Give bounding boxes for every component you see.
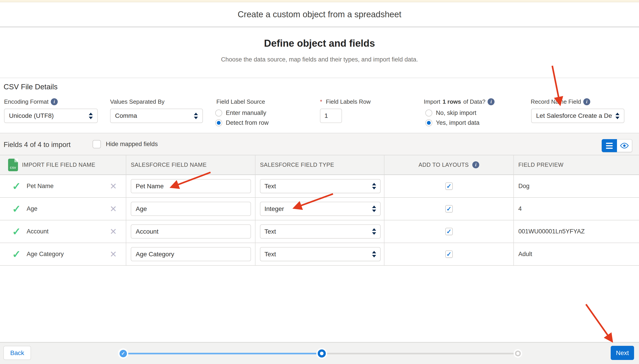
progress-line-completed bbox=[125, 353, 322, 354]
radio-yes-import-data[interactable]: Yes, import data bbox=[425, 118, 480, 128]
radio-detect-from-row[interactable]: Detect from row bbox=[215, 118, 269, 128]
header-salesforce-field-type: SALESFORCE FIELD TYPE bbox=[256, 155, 384, 174]
eye-icon bbox=[620, 142, 629, 149]
salesforce-field-type-select[interactable]: Text bbox=[260, 179, 381, 193]
back-button[interactable]: Back bbox=[3, 346, 31, 360]
record-name-field-label: Record Name Field i bbox=[531, 98, 590, 105]
field-labels-row-label: * Field Labels Row bbox=[320, 98, 371, 105]
field-preview-value: Adult bbox=[518, 251, 532, 258]
stepper-arrows-icon bbox=[372, 206, 376, 212]
salesforce-field-name-input[interactable] bbox=[131, 179, 251, 193]
fields-count-title: Fields 4 of 4 to import bbox=[4, 141, 71, 149]
field-preview-value: Dog bbox=[518, 183, 530, 190]
stepper-arrows-icon bbox=[194, 113, 198, 119]
salesforce-field-name-input[interactable] bbox=[131, 247, 251, 261]
salesforce-field-name-input[interactable] bbox=[131, 224, 251, 238]
step-heading: Define object and fields bbox=[0, 38, 639, 49]
add-to-layouts-checkbox[interactable]: ✓ bbox=[445, 228, 453, 235]
remove-field-icon[interactable]: ✕ bbox=[110, 204, 117, 214]
progress-step-3-upcoming bbox=[514, 349, 522, 358]
values-separated-select[interactable]: Comma bbox=[110, 108, 203, 123]
annotation-arrow-next-button bbox=[586, 304, 611, 341]
encoding-format-label: Encoding Format i bbox=[4, 98, 58, 105]
table-header-row: csv IMPORT FILE FIELD NAME SALESFORCE FI… bbox=[0, 155, 639, 175]
step-subheading: Choose the data source, map fields and t… bbox=[0, 56, 639, 63]
info-icon[interactable]: i bbox=[51, 98, 58, 105]
salesforce-field-type-select[interactable]: Text bbox=[260, 247, 381, 261]
values-separated-label: Values Separated By bbox=[110, 98, 164, 105]
salesforce-field-type-select[interactable]: Text bbox=[260, 224, 381, 238]
field-mapping-table: csv IMPORT FILE FIELD NAME SALESFORCE FI… bbox=[0, 155, 639, 266]
progress-step-1-completed: ✓ bbox=[118, 348, 128, 358]
add-to-layouts-checkbox[interactable]: ✓ bbox=[445, 182, 453, 190]
annotation-arrow-record-name-field bbox=[552, 66, 560, 104]
remove-field-icon[interactable]: ✕ bbox=[110, 227, 117, 236]
header-add-to-layouts: ADD TO LAYOUTS i bbox=[384, 155, 514, 174]
table-row: ✓ Age ✕ Integer ✓ 4 bbox=[0, 198, 639, 220]
salesforce-field-name-input[interactable] bbox=[131, 202, 251, 216]
radio-selected-icon bbox=[215, 120, 222, 126]
field-preview-value: 001WU00001Ln5YFYAZ bbox=[518, 228, 585, 235]
list-icon bbox=[606, 143, 613, 149]
info-icon[interactable]: i bbox=[472, 161, 479, 168]
add-to-layouts-checkbox[interactable]: ✓ bbox=[445, 205, 453, 212]
step-check-icon: ✓ bbox=[120, 350, 127, 357]
top-notification-sliver bbox=[0, 0, 639, 2]
stepper-arrows-icon bbox=[372, 251, 376, 258]
stepper-arrows-icon bbox=[372, 183, 376, 190]
section-divider bbox=[0, 78, 639, 78]
import-field-name: Account bbox=[27, 228, 110, 235]
page-title: Create a custom object from a spreadshee… bbox=[0, 2, 639, 26]
mapped-check-icon: ✓ bbox=[12, 248, 21, 260]
mapped-check-icon: ✓ bbox=[12, 203, 21, 215]
field-preview-value: 4 bbox=[518, 205, 522, 212]
field-label-source-label: Field Label Source bbox=[216, 98, 265, 105]
preview-view-button[interactable] bbox=[617, 139, 632, 152]
upcoming-step-dot bbox=[515, 350, 521, 356]
radio-icon bbox=[215, 110, 222, 116]
remove-field-icon[interactable]: ✕ bbox=[110, 181, 117, 191]
hide-mapped-fields-toggle[interactable]: Hide mapped fields bbox=[93, 140, 158, 148]
stepper-arrows-icon bbox=[89, 113, 93, 119]
csv-file-icon: csv bbox=[8, 159, 18, 171]
header-salesforce-field-name: SALESFORCE FIELD NAME bbox=[126, 155, 256, 174]
next-button[interactable]: Next bbox=[611, 346, 634, 360]
radio-no-skip-import[interactable]: No, skip import bbox=[425, 108, 476, 118]
info-icon[interactable]: i bbox=[488, 98, 495, 105]
radio-icon bbox=[425, 110, 432, 116]
header-field-preview: FIELD PREVIEW bbox=[514, 155, 639, 174]
table-row: ✓ Pet Name ✕ Text ✓ Dog bbox=[0, 175, 639, 198]
record-name-field-select[interactable]: Let Salesforce Create a Defau bbox=[531, 108, 624, 123]
field-labels-row-input[interactable] bbox=[320, 108, 342, 123]
header-import-file-field-name: csv IMPORT FILE FIELD NAME bbox=[0, 155, 126, 174]
radio-selected-icon bbox=[425, 120, 432, 126]
stepper-arrows-icon bbox=[615, 113, 619, 119]
import-rows-label: Import 1 rows of Data? i bbox=[424, 98, 495, 105]
wizard-title-bar: Create a custom object from a spreadshee… bbox=[0, 2, 639, 28]
import-field-name: Age bbox=[27, 205, 110, 212]
view-toggle-group bbox=[602, 139, 632, 152]
salesforce-field-type-select[interactable]: Integer bbox=[260, 202, 381, 216]
remove-field-icon[interactable]: ✕ bbox=[110, 249, 117, 259]
mapped-check-icon: ✓ bbox=[12, 180, 21, 192]
import-field-name: Age Category bbox=[27, 251, 110, 258]
list-view-button[interactable] bbox=[602, 139, 617, 152]
encoding-format-select[interactable]: Unicode (UTF8) bbox=[4, 108, 98, 123]
current-step-dot bbox=[318, 350, 326, 358]
add-to-layouts-checkbox[interactable]: ✓ bbox=[445, 250, 453, 258]
radio-enter-manually[interactable]: Enter manually bbox=[215, 108, 266, 118]
import-field-name: Pet Name bbox=[27, 183, 110, 190]
checkbox-unchecked-icon[interactable] bbox=[93, 140, 101, 148]
stepper-arrows-icon bbox=[372, 228, 376, 235]
csv-details-title: CSV File Details bbox=[4, 82, 58, 91]
table-row: ✓ Age Category ✕ Text ✓ Adult bbox=[0, 243, 639, 266]
table-row: ✓ Account ✕ Text ✓ 001WU00001Ln5YFYAZ bbox=[0, 220, 639, 243]
progress-step-2-current bbox=[316, 348, 327, 359]
progress-line-remaining bbox=[322, 353, 518, 354]
info-icon[interactable]: i bbox=[583, 98, 590, 105]
mapped-check-icon: ✓ bbox=[12, 226, 21, 238]
